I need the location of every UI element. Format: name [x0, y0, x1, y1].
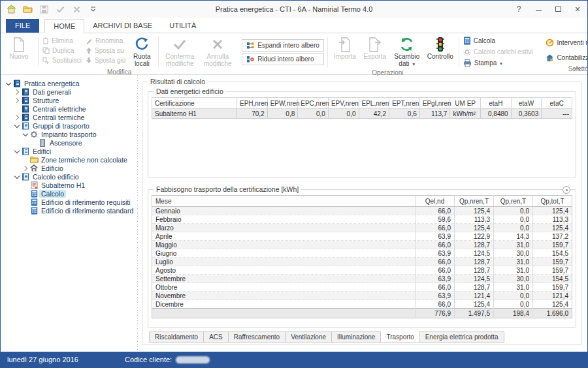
calcola-button[interactable]: Calcola [461, 36, 535, 46]
summer-loads-icon [463, 48, 471, 56]
expander-expanded-icon[interactable] [13, 147, 21, 155]
tree-item-subalterno-h1[interactable]: Subalterno H1 [2, 181, 134, 189]
result-tab-ventilazione[interactable]: Ventilazione [286, 331, 332, 343]
column-header-etah[interactable]: etaH [481, 98, 512, 109]
expander-expanded-icon[interactable] [13, 122, 21, 130]
importa-button[interactable]: Importa [330, 35, 360, 69]
customize-qat-dropdown-icon[interactable] [88, 4, 98, 14]
riduci-albero-button[interactable]: Riduci intero albero [242, 53, 324, 65]
result-tab-acs[interactable]: ACS [204, 331, 229, 343]
column-header-qp-nren-t[interactable]: Qp,nren,T [455, 196, 494, 207]
tree-item-strutture[interactable]: Strutture [2, 96, 134, 104]
tab-utilita[interactable]: UTILITÀ [161, 19, 204, 33]
month-row-gennaio[interactable]: Gennaio66,0125,40,0125,4 [152, 207, 572, 215]
calcolo-carichi-estivi-button[interactable]: Calcolo carichi estivi [461, 47, 535, 57]
month-row-aprile[interactable]: Aprile63,9122,914,3137,2 [152, 232, 572, 241]
tab-archivi-di-base[interactable]: ARCHIVI DI BASE [84, 19, 161, 33]
tree-item-centrali-termiche[interactable]: Centrali termiche [2, 113, 134, 121]
nuovo-button[interactable]: Nuovo [2, 35, 36, 68]
column-header-etaw[interactable]: etaW [511, 98, 542, 109]
column-header-epgl-nren[interactable]: EPgl,nren [419, 98, 450, 109]
column-header-certificazione[interactable]: Certificazione [152, 98, 237, 109]
expander-expanded-icon[interactable] [5, 80, 12, 87]
esporta-button[interactable]: Esporta [360, 35, 390, 69]
column-header-qp-ren-t[interactable]: Qp,ren,T [494, 196, 533, 207]
tree-item-edificio[interactable]: Edificio [2, 164, 134, 172]
month-row-marzo[interactable]: Marzo66,0125,40,0125,4 [152, 224, 572, 232]
tree-item-pratica-energetica[interactable]: Pratica energetica [2, 79, 134, 87]
maximize-button[interactable] [548, 1, 568, 17]
expander-expanded-icon[interactable] [13, 173, 21, 181]
tree-item-gruppi-di-trasporto[interactable]: Gruppi di trasporto [2, 121, 134, 130]
rinomina-button[interactable]: Rinomina [84, 36, 127, 46]
energy-data-row[interactable]: Subalterno H170,20,80,00,042,20,6113,7kW… [152, 109, 572, 119]
tab-file[interactable]: FILE [6, 19, 39, 33]
column-header-mese[interactable]: Mese [152, 196, 416, 207]
expander-expanded-icon[interactable] [22, 130, 29, 138]
help-button[interactable]: ? [509, 1, 529, 17]
result-tab-illuminazione[interactable]: Illuminazione [332, 331, 381, 343]
tree-item-dati-generali[interactable]: Dati generali [2, 87, 134, 96]
open-folder-button[interactable] [22, 4, 33, 14]
column-header-qel-nd[interactable]: Qel,nd [416, 196, 455, 207]
month-row-novembre[interactable]: Novembre63,9121,40,0121,4 [152, 292, 572, 300]
column-header-etac[interactable]: etaC [542, 98, 572, 109]
expander-collapsed-icon[interactable] [13, 97, 21, 104]
annulla-modifiche-button[interactable]: Annulla modifiche [199, 35, 237, 68]
tree-item-edificio-di-riferimento-standard[interactable]: Edificio di riferimento standard [2, 206, 134, 215]
elimina-button[interactable]: Elimina [41, 36, 84, 46]
cancel-button[interactable] [71, 4, 82, 14]
interventi-migliorativi-button[interactable]: Interventi migliorativi [544, 37, 588, 48]
contabilizzazione-button[interactable]: Contabilizzazione [544, 52, 588, 63]
value-cell: 30,0 [494, 275, 533, 283]
sposta-su-button[interactable]: Sposta su [84, 46, 127, 55]
month-row-dicembre[interactable]: Dicembre66,0125,40,0125,4 [152, 300, 572, 309]
expander-collapsed-icon[interactable] [13, 88, 21, 96]
column-header-ept-nren[interactable]: EPT,nren [389, 98, 420, 109]
conferma-modifiche-button[interactable]: Conferma modifiche [161, 35, 199, 68]
tab-home[interactable]: HOME [44, 19, 84, 33]
result-tab-riscaldamento[interactable]: Riscaldamento [149, 331, 204, 343]
month-row-maggio[interactable]: Maggio66,0128,731,0159,7 [152, 241, 572, 249]
ribbon-collapse-button[interactable] [573, 65, 582, 72]
duplica-button[interactable]: Duplica [41, 46, 84, 55]
close-button[interactable]: × [568, 1, 587, 17]
tree-item-calcolo-edificio[interactable]: Calcolo edificio [2, 172, 134, 181]
result-tab-energia-elettrica-prodotta[interactable]: Energia elettrica prodotta [420, 331, 504, 343]
tree-item-centrali-elettriche[interactable]: Centrali elettriche [2, 104, 134, 113]
month-row-settembre[interactable]: Settembre63,9124,530,0154,5 [152, 275, 572, 283]
month-row-ottobre[interactable]: Ottobre66,0128,731,0159,7 [152, 283, 572, 292]
sposta-giu-button[interactable]: Sposta giù [84, 55, 127, 65]
month-row-luglio[interactable]: Luglio66,0128,731,0159,7 [152, 258, 572, 266]
column-header-eph-nren[interactable]: EPH,nren [237, 98, 268, 109]
tree-item-zone-termiche-non-calcolate[interactable]: Zone termiche non calcolate [2, 155, 134, 164]
month-row-giugno[interactable]: Giugno63,9124,530,0154,5 [152, 249, 572, 258]
expander-collapsed-icon[interactable] [13, 114, 21, 121]
column-header-um-ep[interactable]: UM EP [450, 98, 481, 109]
tree-item-edificio-di-riferimento-requisiti[interactable]: Edificio di riferimento requisiti [2, 198, 134, 206]
column-header-epv-nren[interactable]: EPV,nren [328, 98, 359, 109]
sostituisci-button[interactable]: Sostituisci [41, 55, 84, 65]
save-button[interactable] [39, 4, 49, 14]
stampa-button[interactable]: Stampa ▾ [461, 58, 535, 68]
column-header-epc-nren[interactable]: EPC,nren [298, 98, 329, 109]
espandi-albero-button[interactable]: Espandi intero albero [242, 39, 324, 52]
controllo-button[interactable]: Controllo [424, 35, 457, 69]
confirm-button[interactable] [55, 4, 65, 14]
tree-item-ascensore[interactable]: Ascensore [2, 138, 134, 147]
result-tab-trasporto[interactable]: Trasporto [381, 331, 419, 343]
scambio-dati-button[interactable]: Scambio dati ▾ [390, 35, 424, 69]
tree-item-impianto-trasporto[interactable]: Impianto trasporto [2, 130, 134, 138]
column-header-qp-tot-t[interactable]: Qp,tot,T [533, 196, 572, 207]
tree-item-calcolo[interactable]: Calcolo [2, 189, 134, 198]
column-header-epw-nren[interactable]: EPW,nren [267, 98, 298, 109]
expander-collapsed-icon[interactable] [22, 164, 29, 172]
minimize-button[interactable] [529, 1, 548, 17]
tree-item-edifici[interactable]: Edifici [2, 147, 134, 155]
result-tab-raffrescamento[interactable]: Raffrescamento [229, 331, 286, 343]
group-collapse-icon[interactable] [563, 186, 570, 194]
ruota-locali-button[interactable]: Ruota locali [127, 35, 156, 68]
month-row-agosto[interactable]: Agosto66,0128,731,0159,7 [152, 266, 572, 275]
month-row-febbraio[interactable]: Febbraio59,6113,30,0113,3 [152, 215, 572, 224]
column-header-epl-nren[interactable]: EPL,nren [359, 98, 389, 109]
